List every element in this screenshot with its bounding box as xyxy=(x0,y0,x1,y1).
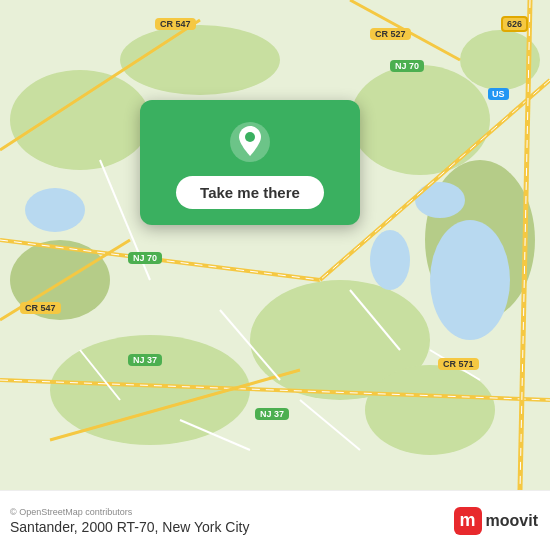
svg-point-13 xyxy=(370,230,410,290)
svg-point-11 xyxy=(430,220,510,340)
location-pin-icon xyxy=(228,120,272,164)
road-label-cr527: CR 527 xyxy=(370,28,411,40)
road-label-626: 626 xyxy=(501,16,528,32)
road-label-nj37-mid: NJ 37 xyxy=(255,408,289,420)
take-me-there-button[interactable]: Take me there xyxy=(176,176,324,209)
road-label-cr547-left: CR 547 xyxy=(20,302,61,314)
svg-point-10 xyxy=(25,188,85,232)
svg-point-2 xyxy=(120,25,280,95)
moovit-logo: m moovit xyxy=(454,507,538,535)
osm-attribution: © OpenStreetMap contributors xyxy=(10,507,249,517)
bottom-left-info: © OpenStreetMap contributors Santander, … xyxy=(10,507,249,535)
moovit-wordmark: moovit xyxy=(486,512,538,530)
road-label-us: US xyxy=(488,88,509,100)
svg-point-1 xyxy=(10,70,150,170)
road-label-nj37-left: NJ 37 xyxy=(128,354,162,366)
svg-point-34 xyxy=(245,132,255,142)
location-name: Santander, 2000 RT-70, New York City xyxy=(10,519,249,535)
svg-point-12 xyxy=(415,182,465,218)
moovit-m-icon: m xyxy=(454,507,482,535)
road-label-cr547-top: CR 547 xyxy=(155,18,196,30)
road-label-nj70-mid: NJ 70 xyxy=(128,252,162,264)
road-label-cr571: CR 571 xyxy=(438,358,479,370)
bottom-bar: © OpenStreetMap contributors Santander, … xyxy=(0,490,550,550)
popup-card: Take me there xyxy=(140,100,360,225)
svg-point-7 xyxy=(365,365,495,455)
road-label-nj70-top: NJ 70 xyxy=(390,60,424,72)
svg-point-3 xyxy=(350,65,490,175)
map-container: CR 547 CR 547 CR 527 NJ 70 NJ 70 NJ 37 N… xyxy=(0,0,550,490)
